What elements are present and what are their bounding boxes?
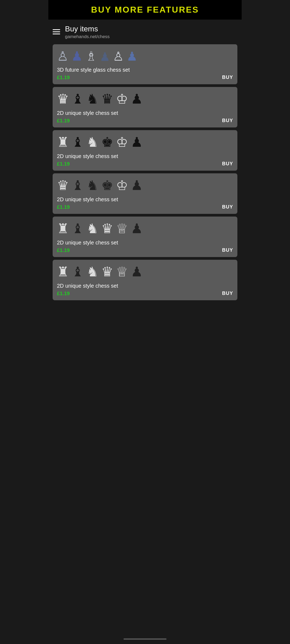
piece-icon: ♙ <box>57 49 68 64</box>
piece-icon: ♟ <box>131 91 143 107</box>
piece-icon: ♟ <box>131 178 143 193</box>
item-card-3: ♜ ♝ ♞ ♚ ♔ ♟ 2D unique style chess set £1… <box>53 130 237 171</box>
buy-button-4[interactable]: BUY <box>222 204 233 210</box>
item-price-5: £1.19 <box>57 247 70 253</box>
item-price-3: £1.19 <box>57 161 70 167</box>
piece-icon: ♟ <box>131 134 143 150</box>
piece-icon: ♟ <box>131 221 143 236</box>
item-price-2: £1.19 <box>57 118 70 124</box>
piece-icon: ♕ <box>116 221 128 236</box>
buy-button-3[interactable]: BUY <box>222 161 233 167</box>
item-footer-2: £1.19 BUY <box>57 118 233 124</box>
item-footer-5: £1.19 BUY <box>57 247 233 253</box>
piece-icon: ♔ <box>116 134 128 150</box>
piece-icon: ♛ <box>101 264 113 280</box>
buy-button-6[interactable]: BUY <box>222 291 233 296</box>
piece-icon: ♙ <box>113 49 124 64</box>
piece-icon: ♝ <box>72 178 84 193</box>
item-card-6: ♜ ♝ ♞ ♛ ♕ ♟ 2D unique style chess set £1… <box>53 260 237 300</box>
hamburger-menu-icon[interactable] <box>53 29 60 34</box>
piece-icon: ♝ <box>72 91 84 107</box>
piece-icon: ♚ <box>101 178 113 193</box>
piece-icon: ♕ <box>116 264 128 280</box>
item-name-6: 2D unique style chess set <box>57 283 233 289</box>
top-banner: BUY MORE FEATURES <box>48 0 242 20</box>
item-footer-1: £1.19 BUY <box>57 75 233 80</box>
piece-icon: ♝ <box>72 264 84 280</box>
piece-icon: ♛ <box>101 221 113 236</box>
item-name-1: 3D future style glass chess set <box>57 67 233 73</box>
buy-button-5[interactable]: BUY <box>222 247 233 253</box>
buy-button-2[interactable]: BUY <box>222 118 233 123</box>
item-card-4: ♛ ♝ ♞ ♚ ♔ ♟ 2D unique style chess set £1… <box>53 173 237 214</box>
item-pieces-5: ♜ ♝ ♞ ♛ ♕ ♟ <box>57 221 233 236</box>
piece-icon: ♝ <box>72 134 84 150</box>
item-name-4: 2D unique style chess set <box>57 196 233 203</box>
item-price-1: £1.19 <box>57 75 70 80</box>
piece-icon: ♔ <box>116 178 128 193</box>
item-pieces-4: ♛ ♝ ♞ ♚ ♔ ♟ <box>57 178 233 193</box>
header: Buy items gamehands.net/chess <box>48 20 242 43</box>
piece-icon: ♝ <box>72 221 84 236</box>
item-footer-3: £1.19 BUY <box>57 161 233 167</box>
piece-icon: ♞ <box>86 221 99 236</box>
piece-icon: ♟ <box>100 50 110 64</box>
item-card-5: ♜ ♝ ♞ ♛ ♕ ♟ 2D unique style chess set £1… <box>53 217 237 257</box>
buy-button-1[interactable]: BUY <box>222 75 233 80</box>
piece-icon: ♟ <box>71 49 83 64</box>
item-pieces-6: ♜ ♝ ♞ ♛ ♕ ♟ <box>57 264 233 280</box>
item-pieces-1: ♙ ♟ ♗ ♟ ♙ ♟ <box>57 49 233 64</box>
banner-text: BUY MORE FEATURES <box>91 5 199 14</box>
item-price-6: £1.19 <box>57 291 70 297</box>
item-pieces-2: ♛ ♝ ♞ ♛ ♔ ♟ <box>57 91 233 107</box>
item-pieces-3: ♜ ♝ ♞ ♚ ♔ ♟ <box>57 134 233 150</box>
piece-icon: ♛ <box>101 91 113 107</box>
piece-icon: ♞ <box>86 178 99 193</box>
item-price-4: £1.19 <box>57 204 70 210</box>
piece-icon: ♜ <box>57 134 69 150</box>
piece-icon: ♜ <box>57 264 69 280</box>
page-subtitle: gamehands.net/chess <box>65 34 110 39</box>
bottom-indicator <box>124 638 166 640</box>
page-title: Buy items <box>65 24 110 34</box>
piece-icon: ♔ <box>116 91 128 107</box>
items-list: ♙ ♟ ♗ ♟ ♙ ♟ 3D future style glass chess … <box>48 43 242 311</box>
bottom-bar <box>48 636 242 644</box>
header-titles: Buy items gamehands.net/chess <box>65 24 110 39</box>
item-footer-6: £1.19 BUY <box>57 291 233 297</box>
piece-icon: ♟ <box>131 264 143 280</box>
piece-icon: ♛ <box>57 91 69 107</box>
item-card-2: ♛ ♝ ♞ ♛ ♔ ♟ 2D unique style chess set £1… <box>53 87 237 127</box>
piece-icon: ♗ <box>85 49 97 64</box>
piece-icon: ♞ <box>86 264 99 280</box>
item-name-3: 2D unique style chess set <box>57 153 233 159</box>
piece-icon: ♟ <box>126 49 137 64</box>
item-name-5: 2D unique style chess set <box>57 240 233 246</box>
piece-icon: ♞ <box>86 91 99 107</box>
item-card-1: ♙ ♟ ♗ ♟ ♙ ♟ 3D future style glass chess … <box>53 44 237 84</box>
piece-icon: ♚ <box>101 134 113 150</box>
piece-icon: ♞ <box>86 134 99 150</box>
piece-icon: ♛ <box>57 178 69 193</box>
item-footer-4: £1.19 BUY <box>57 204 233 210</box>
item-name-2: 2D unique style chess set <box>57 110 233 116</box>
piece-icon: ♜ <box>57 221 69 236</box>
